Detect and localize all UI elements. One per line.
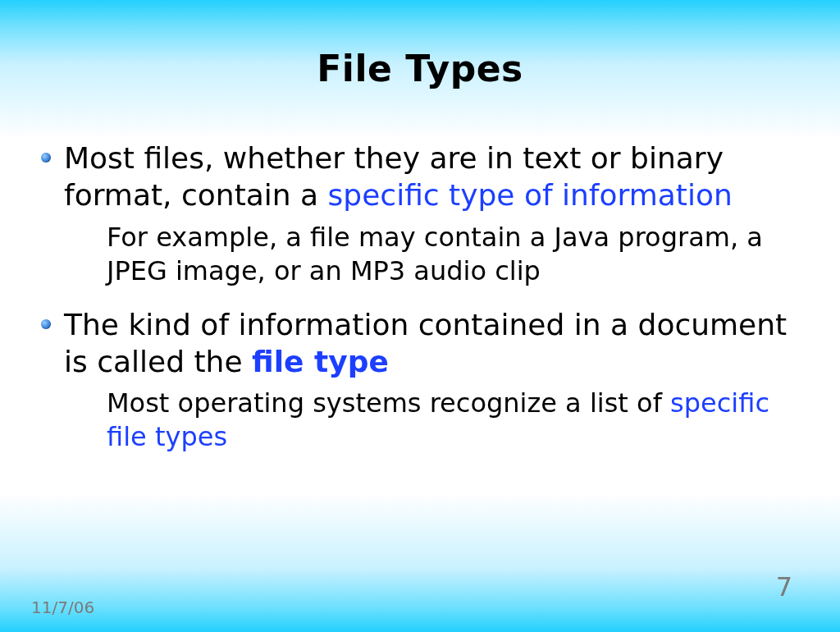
highlight-text: specific type of information xyxy=(328,178,733,212)
bullet-icon xyxy=(41,153,51,163)
bullet-item: Most files, whether they are in text or … xyxy=(41,140,799,214)
footer-page-number: 7 xyxy=(776,571,792,602)
bullet-text: The kind of information contained in a d… xyxy=(64,306,799,381)
text-run: For example, a file may contain a Java p… xyxy=(107,222,763,286)
slide-content: Most files, whether they are in text or … xyxy=(41,140,799,472)
footer-date: 11/7/06 xyxy=(31,598,94,617)
highlight-text: file type xyxy=(252,345,389,378)
text-run: The kind of information contained in a d… xyxy=(64,308,787,378)
text-run: Most operating systems recognize a list … xyxy=(107,387,670,419)
bullet-item: The kind of information contained in a d… xyxy=(41,306,799,381)
sub-bullet-text: Most operating systems recognize a list … xyxy=(107,387,799,454)
sub-bullet-text: For example, a file may contain a Java p… xyxy=(107,221,799,288)
slide-title: File Types xyxy=(0,0,840,89)
bullet-icon xyxy=(41,319,51,329)
bullet-text: Most files, whether they are in text or … xyxy=(64,140,799,214)
